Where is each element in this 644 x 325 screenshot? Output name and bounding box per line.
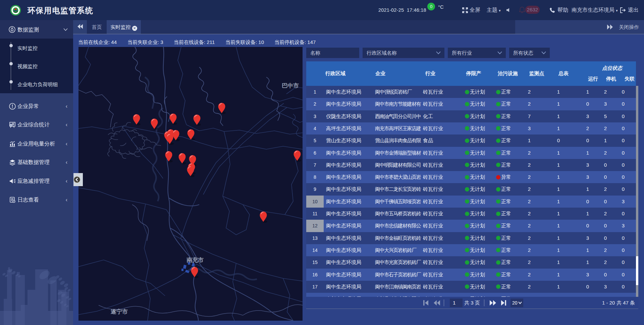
svg-text:巴中市: 巴中市 [282, 83, 299, 89]
svg-text:南充市: 南充市 [186, 257, 204, 263]
svg-text:遂宁市: 遂宁市 [110, 308, 128, 315]
